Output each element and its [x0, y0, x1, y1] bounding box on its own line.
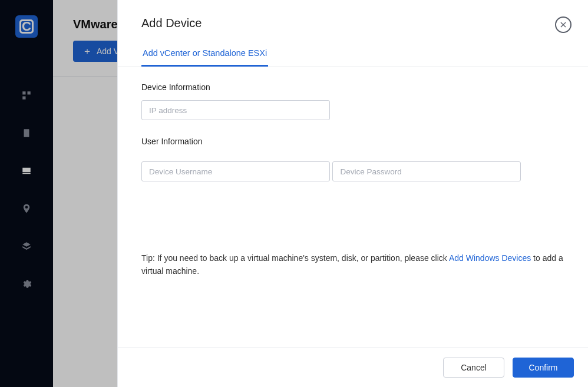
add-device-modal: Add Device Add vCenter or Standalone ESX… — [117, 0, 588, 387]
tip-text: Tip: If you need to back up a virtual ma… — [118, 252, 588, 287]
user-info-label: User Information — [141, 137, 564, 146]
user-info-section: User Information — [141, 137, 564, 181]
device-info-label: Device Information — [141, 82, 564, 92]
close-button[interactable] — [555, 16, 572, 33]
app-root: C VMware — [0, 0, 588, 387]
modal-tabs: Add vCenter or Standalone ESXi — [118, 37, 588, 67]
tab-add-vcenter-esxi[interactable]: Add vCenter or Standalone ESXi — [141, 42, 268, 67]
modal-title: Add Device — [141, 16, 201, 30]
form-spacer — [118, 187, 588, 252]
tip-prefix: Tip: If you need to back up a virtual ma… — [141, 253, 449, 263]
add-device-form: Device Information User Information — [118, 67, 588, 187]
modal-footer: Cancel Confirm — [118, 348, 588, 387]
close-icon — [559, 21, 567, 29]
cancel-button[interactable]: Cancel — [443, 358, 504, 378]
device-password-input[interactable] — [332, 161, 521, 181]
add-windows-devices-link[interactable]: Add Windows Devices — [449, 253, 531, 263]
confirm-button[interactable]: Confirm — [513, 358, 574, 378]
device-username-input[interactable] — [141, 161, 330, 181]
device-info-section: Device Information — [141, 82, 564, 120]
ip-address-input[interactable] — [141, 100, 330, 120]
